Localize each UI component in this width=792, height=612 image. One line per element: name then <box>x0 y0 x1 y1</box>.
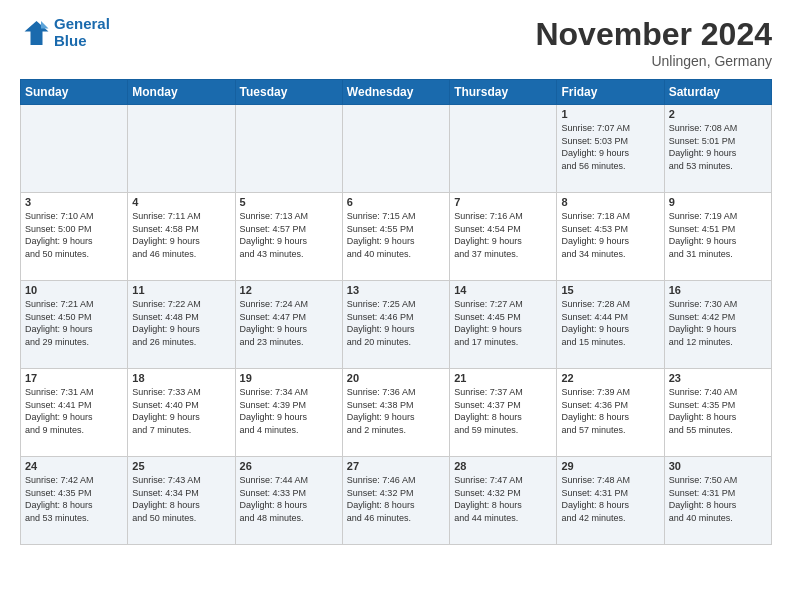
calendar-cell: 20Sunrise: 7:36 AMSunset: 4:38 PMDayligh… <box>342 369 449 457</box>
calendar-cell: 17Sunrise: 7:31 AMSunset: 4:41 PMDayligh… <box>21 369 128 457</box>
day-info: Sunrise: 7:33 AMSunset: 4:40 PMDaylight:… <box>132 386 230 436</box>
day-number: 21 <box>454 372 552 384</box>
day-number: 10 <box>25 284 123 296</box>
calendar-week: 17Sunrise: 7:31 AMSunset: 4:41 PMDayligh… <box>21 369 772 457</box>
day-info: Sunrise: 7:39 AMSunset: 4:36 PMDaylight:… <box>561 386 659 436</box>
calendar-cell: 6Sunrise: 7:15 AMSunset: 4:55 PMDaylight… <box>342 193 449 281</box>
calendar-cell: 30Sunrise: 7:50 AMSunset: 4:31 PMDayligh… <box>664 457 771 545</box>
calendar-header: SundayMondayTuesdayWednesdayThursdayFrid… <box>21 80 772 105</box>
day-number: 15 <box>561 284 659 296</box>
day-info: Sunrise: 7:22 AMSunset: 4:48 PMDaylight:… <box>132 298 230 348</box>
day-info: Sunrise: 7:24 AMSunset: 4:47 PMDaylight:… <box>240 298 338 348</box>
day-number: 24 <box>25 460 123 472</box>
calendar-cell: 29Sunrise: 7:48 AMSunset: 4:31 PMDayligh… <box>557 457 664 545</box>
calendar-table: SundayMondayTuesdayWednesdayThursdayFrid… <box>20 79 772 545</box>
day-info: Sunrise: 7:07 AMSunset: 5:03 PMDaylight:… <box>561 122 659 172</box>
svg-marker-0 <box>25 21 49 45</box>
day-info: Sunrise: 7:50 AMSunset: 4:31 PMDaylight:… <box>669 474 767 524</box>
day-info: Sunrise: 7:16 AMSunset: 4:54 PMDaylight:… <box>454 210 552 260</box>
header: General Blue November 2024 Unlingen, Ger… <box>20 16 772 69</box>
day-number: 30 <box>669 460 767 472</box>
day-info: Sunrise: 7:21 AMSunset: 4:50 PMDaylight:… <box>25 298 123 348</box>
day-number: 20 <box>347 372 445 384</box>
day-number: 27 <box>347 460 445 472</box>
day-number: 4 <box>132 196 230 208</box>
day-info: Sunrise: 7:40 AMSunset: 4:35 PMDaylight:… <box>669 386 767 436</box>
day-number: 16 <box>669 284 767 296</box>
header-day: Tuesday <box>235 80 342 105</box>
calendar-cell: 10Sunrise: 7:21 AMSunset: 4:50 PMDayligh… <box>21 281 128 369</box>
svg-marker-1 <box>41 21 49 29</box>
calendar-cell: 9Sunrise: 7:19 AMSunset: 4:51 PMDaylight… <box>664 193 771 281</box>
day-info: Sunrise: 7:37 AMSunset: 4:37 PMDaylight:… <box>454 386 552 436</box>
calendar-week: 1Sunrise: 7:07 AMSunset: 5:03 PMDaylight… <box>21 105 772 193</box>
day-number: 12 <box>240 284 338 296</box>
calendar-cell: 4Sunrise: 7:11 AMSunset: 4:58 PMDaylight… <box>128 193 235 281</box>
calendar-cell: 12Sunrise: 7:24 AMSunset: 4:47 PMDayligh… <box>235 281 342 369</box>
calendar-cell: 5Sunrise: 7:13 AMSunset: 4:57 PMDaylight… <box>235 193 342 281</box>
day-number: 26 <box>240 460 338 472</box>
location: Unlingen, Germany <box>535 53 772 69</box>
logo-text: General Blue <box>54 16 110 49</box>
calendar-cell: 21Sunrise: 7:37 AMSunset: 4:37 PMDayligh… <box>450 369 557 457</box>
month-title: November 2024 <box>535 16 772 53</box>
day-number: 13 <box>347 284 445 296</box>
calendar-week: 10Sunrise: 7:21 AMSunset: 4:50 PMDayligh… <box>21 281 772 369</box>
day-number: 5 <box>240 196 338 208</box>
calendar-cell: 23Sunrise: 7:40 AMSunset: 4:35 PMDayligh… <box>664 369 771 457</box>
logo-icon <box>20 18 50 48</box>
title-block: November 2024 Unlingen, Germany <box>535 16 772 69</box>
logo-line2: Blue <box>54 32 87 49</box>
day-info: Sunrise: 7:28 AMSunset: 4:44 PMDaylight:… <box>561 298 659 348</box>
day-number: 1 <box>561 108 659 120</box>
day-number: 2 <box>669 108 767 120</box>
calendar-cell: 3Sunrise: 7:10 AMSunset: 5:00 PMDaylight… <box>21 193 128 281</box>
day-info: Sunrise: 7:08 AMSunset: 5:01 PMDaylight:… <box>669 122 767 172</box>
header-day: Saturday <box>664 80 771 105</box>
calendar-cell: 18Sunrise: 7:33 AMSunset: 4:40 PMDayligh… <box>128 369 235 457</box>
day-info: Sunrise: 7:48 AMSunset: 4:31 PMDaylight:… <box>561 474 659 524</box>
day-info: Sunrise: 7:18 AMSunset: 4:53 PMDaylight:… <box>561 210 659 260</box>
calendar-cell: 24Sunrise: 7:42 AMSunset: 4:35 PMDayligh… <box>21 457 128 545</box>
day-number: 17 <box>25 372 123 384</box>
day-number: 25 <box>132 460 230 472</box>
calendar-cell: 7Sunrise: 7:16 AMSunset: 4:54 PMDaylight… <box>450 193 557 281</box>
day-info: Sunrise: 7:36 AMSunset: 4:38 PMDaylight:… <box>347 386 445 436</box>
day-info: Sunrise: 7:47 AMSunset: 4:32 PMDaylight:… <box>454 474 552 524</box>
calendar-cell <box>21 105 128 193</box>
day-number: 3 <box>25 196 123 208</box>
day-info: Sunrise: 7:11 AMSunset: 4:58 PMDaylight:… <box>132 210 230 260</box>
calendar-cell: 28Sunrise: 7:47 AMSunset: 4:32 PMDayligh… <box>450 457 557 545</box>
calendar-cell: 27Sunrise: 7:46 AMSunset: 4:32 PMDayligh… <box>342 457 449 545</box>
day-info: Sunrise: 7:34 AMSunset: 4:39 PMDaylight:… <box>240 386 338 436</box>
calendar-cell: 1Sunrise: 7:07 AMSunset: 5:03 PMDaylight… <box>557 105 664 193</box>
calendar-cell: 13Sunrise: 7:25 AMSunset: 4:46 PMDayligh… <box>342 281 449 369</box>
day-number: 29 <box>561 460 659 472</box>
calendar-cell: 16Sunrise: 7:30 AMSunset: 4:42 PMDayligh… <box>664 281 771 369</box>
day-info: Sunrise: 7:13 AMSunset: 4:57 PMDaylight:… <box>240 210 338 260</box>
day-info: Sunrise: 7:15 AMSunset: 4:55 PMDaylight:… <box>347 210 445 260</box>
day-number: 28 <box>454 460 552 472</box>
day-info: Sunrise: 7:19 AMSunset: 4:51 PMDaylight:… <box>669 210 767 260</box>
calendar-cell: 15Sunrise: 7:28 AMSunset: 4:44 PMDayligh… <box>557 281 664 369</box>
day-number: 18 <box>132 372 230 384</box>
calendar-body: 1Sunrise: 7:07 AMSunset: 5:03 PMDaylight… <box>21 105 772 545</box>
header-day: Friday <box>557 80 664 105</box>
page: General Blue November 2024 Unlingen, Ger… <box>0 0 792 612</box>
header-day: Sunday <box>21 80 128 105</box>
header-day: Wednesday <box>342 80 449 105</box>
calendar-week: 3Sunrise: 7:10 AMSunset: 5:00 PMDaylight… <box>21 193 772 281</box>
day-info: Sunrise: 7:44 AMSunset: 4:33 PMDaylight:… <box>240 474 338 524</box>
day-number: 22 <box>561 372 659 384</box>
header-row: SundayMondayTuesdayWednesdayThursdayFrid… <box>21 80 772 105</box>
calendar-cell: 25Sunrise: 7:43 AMSunset: 4:34 PMDayligh… <box>128 457 235 545</box>
calendar-cell <box>450 105 557 193</box>
calendar-cell <box>128 105 235 193</box>
logo-line1: General <box>54 15 110 32</box>
day-number: 6 <box>347 196 445 208</box>
calendar-cell: 11Sunrise: 7:22 AMSunset: 4:48 PMDayligh… <box>128 281 235 369</box>
day-number: 19 <box>240 372 338 384</box>
day-info: Sunrise: 7:25 AMSunset: 4:46 PMDaylight:… <box>347 298 445 348</box>
calendar-cell <box>235 105 342 193</box>
day-info: Sunrise: 7:10 AMSunset: 5:00 PMDaylight:… <box>25 210 123 260</box>
